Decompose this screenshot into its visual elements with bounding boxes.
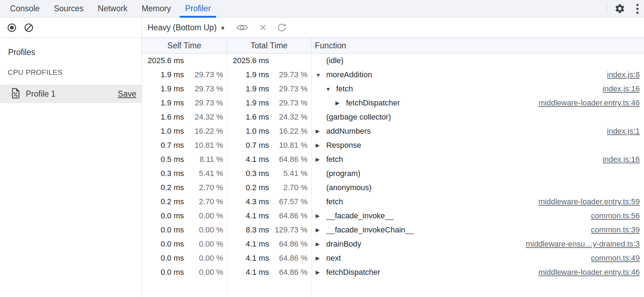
expand-arrow-icon[interactable]: ▶ — [335, 100, 346, 106]
expand-arrow-icon[interactable]: ▶ — [316, 227, 326, 233]
devtools-tabbar: ConsoleSourcesNetworkMemoryProfiler — [0, 0, 644, 18]
kebab-menu-icon[interactable] — [636, 3, 639, 14]
expand-arrow-icon[interactable]: ▼ — [326, 86, 336, 92]
self-time-header[interactable]: Self Time — [142, 38, 227, 53]
total-time-cell: 1.9 ms29.73 % — [227, 68, 311, 82]
expand-arrow-icon[interactable]: ▶ — [316, 255, 326, 261]
source-link[interactable]: middleware-loader.entry.ts:59 — [538, 197, 644, 206]
source-link[interactable]: common.ts:56 — [591, 211, 644, 220]
tab-network[interactable]: Network — [92, 0, 133, 17]
total-time-percent: 64.86 % — [269, 240, 311, 249]
total-time-percent: 64.86 % — [269, 268, 311, 277]
self-time-cell: 2025.6 ms — [142, 54, 227, 68]
record-button[interactable] — [7, 23, 17, 32]
expand-arrow-icon[interactable]: ▶ — [316, 269, 326, 275]
self-time-value: 0.2 ms — [142, 183, 184, 192]
source-link[interactable]: middleware-ensu…y-drained.ts:3 — [526, 240, 644, 249]
table-row[interactable]: 0.7 ms10.81 %0.7 ms10.81 %▶Response — [142, 138, 644, 152]
source-link[interactable]: middleware-loader.entry.ts:46 — [538, 98, 644, 108]
grid-header: Self Time Total Time Function — [142, 38, 644, 54]
total-time-value: 1.6 ms — [227, 113, 269, 122]
self-time-percent: 29.73 % — [184, 70, 227, 79]
total-time-percent: 29.73 % — [269, 70, 311, 79]
profiler-toolbar: Heavy (Bottom Up) ▼ — [0, 18, 644, 38]
table-row[interactable]: 0.5 ms8.11 %4.1 ms64.86 %▶fetchindex.js:… — [142, 152, 644, 166]
function-name: addNumbers — [326, 127, 371, 136]
function-cell: (garbage collector) — [311, 110, 644, 124]
table-row[interactable]: 1.0 ms16.22 %1.0 ms16.22 %▶addNumbersind… — [142, 124, 644, 138]
panel-tabs: ConsoleSourcesNetworkMemoryProfiler — [0, 0, 218, 17]
total-time-percent: 16.22 % — [269, 127, 311, 136]
refresh-icon[interactable] — [277, 23, 287, 32]
close-icon[interactable] — [259, 23, 267, 32]
self-time-percent: 10.81 % — [184, 141, 227, 150]
table-row[interactable]: 0.3 ms5.41 %0.3 ms5.41 %(program) — [142, 166, 644, 181]
function-name: fetch — [326, 197, 343, 206]
self-time-percent: 0.00 % — [184, 254, 227, 263]
table-row[interactable]: 2025.6 ms2025.6 ms(idle) — [142, 54, 644, 68]
total-time-value: 1.9 ms — [227, 98, 269, 108]
function-cell: ▼moreAdditionindex.js:8 — [311, 68, 644, 82]
save-link[interactable]: Save — [118, 89, 136, 99]
profiler-toolbar-right: Heavy (Bottom Up) ▼ — [142, 18, 644, 37]
view-mode-dropdown[interactable]: Heavy (Bottom Up) ▼ — [148, 23, 225, 32]
eye-icon[interactable] — [236, 23, 248, 32]
clear-button[interactable] — [24, 23, 34, 32]
table-row[interactable]: 1.6 ms24.32 %1.6 ms24.32 %(garbage colle… — [142, 110, 644, 124]
total-time-cell: 0.7 ms10.81 % — [227, 138, 311, 152]
total-time-header[interactable]: Total Time — [227, 38, 311, 53]
source-link[interactable]: index.js:1 — [607, 127, 644, 136]
table-row[interactable]: 0.0 ms0.00 %4.1 ms64.86 %▶fetchDispatche… — [142, 265, 644, 279]
expand-arrow-icon[interactable]: ▶ — [316, 156, 326, 163]
function-name: fetch — [326, 155, 343, 164]
function-cell: (anonymous) — [311, 181, 644, 195]
tabbar-right-controls — [607, 0, 644, 17]
total-time-cell: 1.6 ms24.32 % — [227, 110, 311, 124]
expand-arrow-icon[interactable]: ▼ — [316, 72, 326, 78]
total-time-cell: 8.3 ms129.73 % — [227, 223, 311, 237]
source-link[interactable]: index.js:16 — [603, 84, 644, 93]
devtools-profiler-panel: ConsoleSourcesNetworkMemoryProfiler Heav… — [0, 0, 644, 297]
expand-arrow-icon[interactable]: ▶ — [316, 241, 326, 247]
table-row[interactable]: 0.0 ms0.00 %4.1 ms64.86 %▶drainBodymiddl… — [142, 237, 644, 251]
tab-profiler[interactable]: Profiler — [179, 0, 217, 17]
function-cell: fetchmiddleware-loader.entry.ts:59 — [311, 195, 644, 209]
function-cell: (program) — [311, 166, 644, 181]
self-time-cell: 0.3 ms5.41 % — [142, 166, 227, 181]
profile-item[interactable]: Profile 1 Save — [0, 85, 142, 103]
function-name: (anonymous) — [326, 183, 371, 192]
table-row[interactable]: 1.9 ms29.73 %1.9 ms29.73 %▼moreAdditioni… — [142, 68, 644, 82]
function-name: __facade_invoke__ — [326, 211, 394, 220]
function-header[interactable]: Function — [311, 38, 644, 53]
tab-console[interactable]: Console — [4, 0, 46, 17]
source-link[interactable]: middleware-loader.entry.ts:46 — [538, 268, 644, 277]
table-row[interactable]: 1.9 ms29.73 %1.9 ms29.73 %▼fetchindex.js… — [142, 82, 644, 96]
source-link[interactable]: index.js:16 — [603, 155, 644, 164]
self-time-value: 1.9 ms — [142, 84, 184, 93]
profiles-sidebar: Profiles CPU PROFILES Profile 1 Save — [0, 38, 142, 297]
total-time-value: 1.9 ms — [227, 84, 269, 93]
expand-arrow-icon[interactable]: ▶ — [316, 128, 326, 134]
profiles-heading: Profiles — [8, 48, 142, 57]
source-link[interactable]: common.ts:39 — [591, 225, 644, 235]
table-row[interactable]: 1.9 ms29.73 %1.9 ms29.73 %▶fetchDispatch… — [142, 96, 644, 110]
self-time-value: 0.7 ms — [142, 141, 184, 150]
source-link[interactable]: common.ts:49 — [591, 254, 644, 263]
tab-memory[interactable]: Memory — [136, 0, 177, 17]
source-link[interactable]: index.js:8 — [607, 70, 644, 79]
total-time-cell: 4.3 ms67.57 % — [227, 195, 311, 209]
table-row[interactable]: 0.0 ms0.00 %4.1 ms64.86 %▶nextcommon.ts:… — [142, 251, 644, 265]
expand-arrow-icon[interactable]: ▶ — [316, 213, 326, 219]
expand-arrow-icon[interactable]: ▶ — [316, 142, 326, 148]
total-time-percent: 29.73 % — [269, 98, 311, 108]
table-row[interactable]: 0.2 ms2.70 %4.3 ms67.57 %fetchmiddleware… — [142, 195, 644, 209]
total-time-cell: 1.9 ms29.73 % — [227, 82, 311, 96]
self-time-cell: 1.6 ms24.32 % — [142, 110, 227, 124]
self-time-percent: 2.70 % — [184, 197, 227, 206]
table-row[interactable]: 0.0 ms0.00 %8.3 ms129.73 %▶__facade_invo… — [142, 223, 644, 237]
tab-sources[interactable]: Sources — [48, 0, 89, 17]
table-row[interactable]: 0.0 ms0.00 %4.1 ms64.86 %▶__facade_invok… — [142, 209, 644, 223]
settings-gear-icon[interactable] — [614, 3, 625, 14]
self-time-percent: 29.73 % — [184, 84, 227, 93]
table-row[interactable]: 0.2 ms2.70 %0.2 ms2.70 %(anonymous) — [142, 181, 644, 195]
